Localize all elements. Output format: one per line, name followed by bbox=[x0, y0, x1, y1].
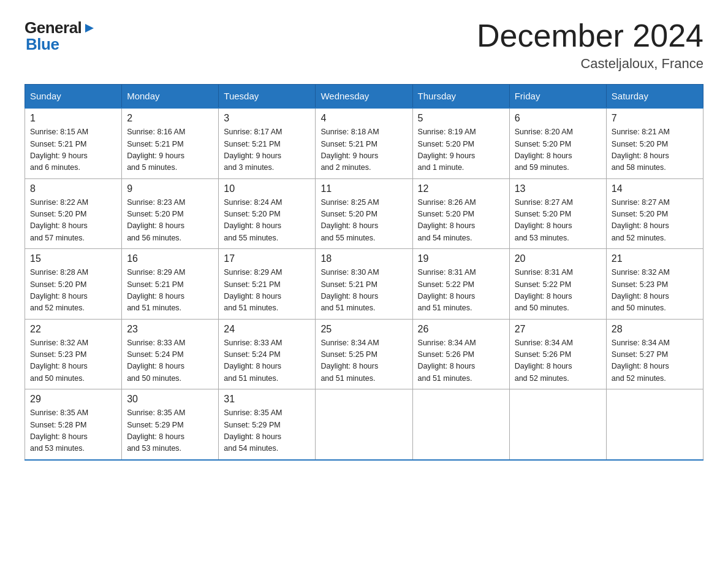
day-info: Sunrise: 8:22 AM Sunset: 5:20 PM Dayligh… bbox=[30, 197, 116, 245]
day-number: 6 bbox=[515, 113, 601, 124]
calendar-cell bbox=[412, 389, 509, 460]
calendar-cell: 15Sunrise: 8:28 AM Sunset: 5:20 PM Dayli… bbox=[25, 249, 122, 320]
day-info: Sunrise: 8:32 AM Sunset: 5:23 PM Dayligh… bbox=[612, 267, 698, 315]
day-info: Sunrise: 8:31 AM Sunset: 5:22 PM Dayligh… bbox=[418, 267, 504, 315]
day-number: 28 bbox=[612, 324, 698, 335]
subtitle: Casteljaloux, France bbox=[477, 56, 703, 72]
day-info: Sunrise: 8:23 AM Sunset: 5:20 PM Dayligh… bbox=[127, 197, 213, 245]
day-info: Sunrise: 8:20 AM Sunset: 5:20 PM Dayligh… bbox=[515, 126, 601, 174]
header-cell-saturday: Saturday bbox=[606, 85, 703, 109]
header-row: SundayMondayTuesdayWednesdayThursdayFrid… bbox=[25, 85, 703, 109]
day-number: 30 bbox=[127, 394, 213, 405]
day-number: 20 bbox=[515, 253, 601, 264]
day-number: 15 bbox=[30, 253, 116, 264]
calendar-week-row: 15Sunrise: 8:28 AM Sunset: 5:20 PM Dayli… bbox=[25, 249, 703, 320]
calendar-week-row: 8Sunrise: 8:22 AM Sunset: 5:20 PM Daylig… bbox=[25, 178, 703, 249]
day-number: 23 bbox=[127, 324, 213, 335]
day-number: 13 bbox=[515, 183, 601, 194]
day-info: Sunrise: 8:31 AM Sunset: 5:22 PM Dayligh… bbox=[515, 267, 601, 315]
calendar-cell: 28Sunrise: 8:34 AM Sunset: 5:27 PM Dayli… bbox=[606, 319, 703, 389]
calendar-cell: 2Sunrise: 8:16 AM Sunset: 5:21 PM Daylig… bbox=[122, 108, 219, 178]
calendar-cell bbox=[316, 389, 412, 460]
header-cell-sunday: Sunday bbox=[25, 85, 122, 109]
day-info: Sunrise: 8:26 AM Sunset: 5:20 PM Dayligh… bbox=[418, 197, 504, 245]
day-number: 4 bbox=[320, 113, 407, 124]
calendar-cell: 3Sunrise: 8:17 AM Sunset: 5:21 PM Daylig… bbox=[219, 108, 316, 178]
calendar-cell: 6Sunrise: 8:20 AM Sunset: 5:20 PM Daylig… bbox=[509, 108, 606, 178]
day-info: Sunrise: 8:19 AM Sunset: 5:20 PM Dayligh… bbox=[418, 126, 504, 174]
calendar-cell: 1Sunrise: 8:15 AM Sunset: 5:21 PM Daylig… bbox=[25, 108, 122, 178]
calendar-cell: 26Sunrise: 8:34 AM Sunset: 5:26 PM Dayli… bbox=[412, 319, 509, 389]
calendar-cell: 21Sunrise: 8:32 AM Sunset: 5:23 PM Dayli… bbox=[606, 249, 703, 320]
calendar-cell: 30Sunrise: 8:35 AM Sunset: 5:29 PM Dayli… bbox=[122, 389, 219, 460]
logo-arrow-icon bbox=[83, 21, 96, 35]
calendar-week-row: 1Sunrise: 8:15 AM Sunset: 5:21 PM Daylig… bbox=[25, 108, 703, 178]
calendar-cell: 5Sunrise: 8:19 AM Sunset: 5:20 PM Daylig… bbox=[412, 108, 509, 178]
svg-marker-0 bbox=[85, 24, 94, 33]
calendar-cell: 27Sunrise: 8:34 AM Sunset: 5:26 PM Dayli… bbox=[509, 319, 606, 389]
day-number: 5 bbox=[418, 113, 504, 124]
day-info: Sunrise: 8:33 AM Sunset: 5:24 PM Dayligh… bbox=[127, 337, 213, 385]
title-block: December 2024 Casteljaloux, France bbox=[477, 18, 703, 72]
page-header: General Blue December 2024 Casteljaloux,… bbox=[25, 18, 703, 72]
main-title: December 2024 bbox=[477, 18, 703, 53]
day-number: 22 bbox=[30, 324, 116, 335]
day-number: 8 bbox=[30, 183, 116, 194]
day-number: 9 bbox=[127, 183, 213, 194]
day-number: 27 bbox=[515, 324, 601, 335]
calendar-cell: 19Sunrise: 8:31 AM Sunset: 5:22 PM Dayli… bbox=[412, 249, 509, 320]
calendar-cell: 13Sunrise: 8:27 AM Sunset: 5:20 PM Dayli… bbox=[509, 178, 606, 249]
day-number: 3 bbox=[224, 113, 310, 124]
calendar-cell: 25Sunrise: 8:34 AM Sunset: 5:25 PM Dayli… bbox=[316, 319, 412, 389]
day-info: Sunrise: 8:35 AM Sunset: 5:29 PM Dayligh… bbox=[127, 407, 213, 455]
day-number: 29 bbox=[30, 394, 116, 405]
day-number: 11 bbox=[320, 183, 407, 194]
day-number: 26 bbox=[418, 324, 504, 335]
calendar-cell: 18Sunrise: 8:30 AM Sunset: 5:21 PM Dayli… bbox=[316, 249, 412, 320]
calendar-cell: 20Sunrise: 8:31 AM Sunset: 5:22 PM Dayli… bbox=[509, 249, 606, 320]
day-info: Sunrise: 8:34 AM Sunset: 5:26 PM Dayligh… bbox=[515, 337, 601, 385]
calendar-header: SundayMondayTuesdayWednesdayThursdayFrid… bbox=[25, 85, 703, 109]
day-number: 25 bbox=[320, 324, 407, 335]
calendar-cell: 12Sunrise: 8:26 AM Sunset: 5:20 PM Dayli… bbox=[412, 178, 509, 249]
day-number: 10 bbox=[224, 183, 310, 194]
day-number: 16 bbox=[127, 253, 213, 264]
calendar-cell: 24Sunrise: 8:33 AM Sunset: 5:24 PM Dayli… bbox=[219, 319, 316, 389]
day-info: Sunrise: 8:29 AM Sunset: 5:21 PM Dayligh… bbox=[224, 267, 310, 315]
day-info: Sunrise: 8:33 AM Sunset: 5:24 PM Dayligh… bbox=[224, 337, 310, 385]
day-number: 21 bbox=[612, 253, 698, 264]
day-info: Sunrise: 8:29 AM Sunset: 5:21 PM Dayligh… bbox=[127, 267, 213, 315]
day-number: 7 bbox=[612, 113, 698, 124]
calendar-week-row: 22Sunrise: 8:32 AM Sunset: 5:23 PM Dayli… bbox=[25, 319, 703, 389]
calendar-cell: 16Sunrise: 8:29 AM Sunset: 5:21 PM Dayli… bbox=[122, 249, 219, 320]
calendar-cell: 29Sunrise: 8:35 AM Sunset: 5:28 PM Dayli… bbox=[25, 389, 122, 460]
header-cell-thursday: Thursday bbox=[412, 85, 509, 109]
day-info: Sunrise: 8:24 AM Sunset: 5:20 PM Dayligh… bbox=[224, 197, 310, 245]
day-number: 19 bbox=[418, 253, 504, 264]
day-info: Sunrise: 8:34 AM Sunset: 5:26 PM Dayligh… bbox=[418, 337, 504, 385]
day-info: Sunrise: 8:21 AM Sunset: 5:20 PM Dayligh… bbox=[612, 126, 698, 174]
day-info: Sunrise: 8:25 AM Sunset: 5:20 PM Dayligh… bbox=[320, 197, 407, 245]
day-info: Sunrise: 8:32 AM Sunset: 5:23 PM Dayligh… bbox=[30, 337, 116, 385]
calendar-cell: 22Sunrise: 8:32 AM Sunset: 5:23 PM Dayli… bbox=[25, 319, 122, 389]
day-info: Sunrise: 8:18 AM Sunset: 5:21 PM Dayligh… bbox=[320, 126, 407, 174]
logo-blue: Blue bbox=[25, 35, 96, 54]
calendar-cell bbox=[606, 389, 703, 460]
day-info: Sunrise: 8:34 AM Sunset: 5:27 PM Dayligh… bbox=[612, 337, 698, 385]
calendar-cell: 4Sunrise: 8:18 AM Sunset: 5:21 PM Daylig… bbox=[316, 108, 412, 178]
calendar-cell: 10Sunrise: 8:24 AM Sunset: 5:20 PM Dayli… bbox=[219, 178, 316, 249]
day-number: 12 bbox=[418, 183, 504, 194]
calendar-cell: 14Sunrise: 8:27 AM Sunset: 5:20 PM Dayli… bbox=[606, 178, 703, 249]
calendar-cell: 7Sunrise: 8:21 AM Sunset: 5:20 PM Daylig… bbox=[606, 108, 703, 178]
calendar-cell: 9Sunrise: 8:23 AM Sunset: 5:20 PM Daylig… bbox=[122, 178, 219, 249]
day-number: 14 bbox=[612, 183, 698, 194]
day-number: 1 bbox=[30, 113, 116, 124]
header-cell-tuesday: Tuesday bbox=[219, 85, 316, 109]
calendar-cell: 11Sunrise: 8:25 AM Sunset: 5:20 PM Dayli… bbox=[316, 178, 412, 249]
day-number: 17 bbox=[224, 253, 310, 264]
day-number: 31 bbox=[224, 394, 310, 405]
day-info: Sunrise: 8:28 AM Sunset: 5:20 PM Dayligh… bbox=[30, 267, 116, 315]
header-cell-monday: Monday bbox=[122, 85, 219, 109]
calendar-week-row: 29Sunrise: 8:35 AM Sunset: 5:28 PM Dayli… bbox=[25, 389, 703, 460]
day-info: Sunrise: 8:17 AM Sunset: 5:21 PM Dayligh… bbox=[224, 126, 310, 174]
